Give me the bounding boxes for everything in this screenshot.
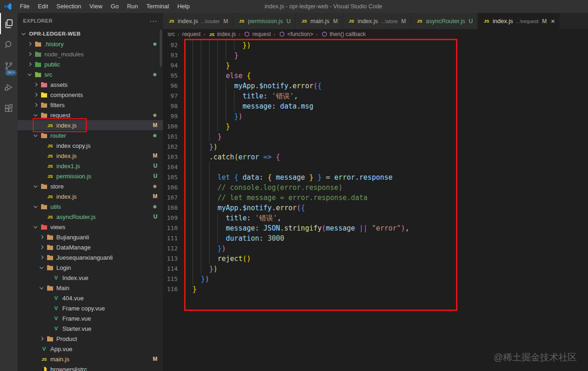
tree-item-index-vue[interactable]: VIndex.vue [18,273,163,283]
tree-item-404-vue[interactable]: V404.vue [18,293,163,303]
breadcrumb-item-request[interactable]: request [182,31,201,37]
menu-view[interactable]: View [85,0,107,13]
tree-item-label: 404.vue [62,295,84,302]
watermark: @稀土掘金技术社区 [494,351,577,364]
folder-icon [46,265,54,271]
tab-description: ...\store [381,18,398,24]
menu-terminal[interactable]: Terminal [142,0,173,13]
tree-item-main-js[interactable]: JSmain.jsM [18,354,163,364]
git-status-badge: M [153,152,157,159]
line-number: 108 [163,203,184,213]
folder-icon [34,51,42,57]
tree-item-main[interactable]: Main [18,283,163,293]
explorer-icon[interactable] [0,13,18,34]
tree-item-browserslistrc[interactable]: browserslistrc [18,364,163,371]
tree-item-store[interactable]: store [18,181,163,191]
menu-go[interactable]: Go [107,0,123,13]
line-number: 103 [163,152,184,162]
tree-item-node-modules[interactable]: node_modules [18,49,163,59]
tree-item-frame-copy-vue[interactable]: VFrame copy.vue [18,303,163,313]
tree-item-label: store [50,183,64,190]
tab-label: permission.js [248,18,283,24]
tree-item-frame-vue[interactable]: VFrame.vue [18,313,163,323]
title-bar: FileEditSelectionViewGoRunTerminalHelp i… [0,0,588,13]
tab-label: index.js [178,18,198,24]
tree-item-label: Juesequanxianguanli [56,254,113,261]
breadcrumb-item-src[interactable]: src [168,31,175,37]
menu-help[interactable]: Help [173,0,194,13]
line-number: 96 [163,81,184,91]
breadcrumb-item-request[interactable]: request [243,31,271,37]
menu-edit[interactable]: Edit [34,0,52,13]
line-number: 92 [163,40,184,50]
line-number: 111 [163,233,184,243]
chevron-down-icon [34,184,37,188]
tree-item-history[interactable]: .history [18,39,163,49]
more-actions-icon[interactable]: ··· [150,17,157,24]
tree-item-label: App.vue [50,346,72,353]
tree-item-filters[interactable]: filters [18,100,163,110]
tree-item-src[interactable]: src [18,69,163,79]
tree-item-product[interactable]: Product [18,334,163,344]
run-debug-icon[interactable] [0,77,18,98]
breadcrumb-item-function[interactable]: <function> [278,31,313,37]
tab-label: index.js [492,18,513,24]
tab-index-js-request[interactable]: JSindex.js...\requestM× [478,13,560,29]
tree-item-login[interactable]: Login [18,262,163,273]
menu-file[interactable]: File [16,0,34,13]
menu-run[interactable]: Run [123,0,142,13]
git-status-badge: U [153,163,157,169]
breadcrumb-item-then-callback[interactable]: then() callback [320,31,366,37]
tree-item-label: utils [50,203,61,210]
tree-item-datamanage[interactable]: DataManage [18,242,163,252]
js-icon: JS [46,214,54,219]
close-icon[interactable]: × [551,18,555,24]
breadcrumb-item-index-js[interactable]: JSindex.js [208,31,236,37]
tree-item-label: src [44,71,52,78]
folder-icon [34,41,42,47]
tree-item-permission-js[interactable]: JSpermission.jsU [18,171,163,181]
tree-item-label: node_modules [44,51,84,58]
menu-selection[interactable]: Selection [52,0,85,13]
tree-item-views[interactable]: views [18,222,163,232]
source-control-icon[interactable]: 2K+ [0,55,18,77]
tree-item-label: Main [56,285,69,292]
tree-item-starter-vue[interactable]: VStarter.vue [18,323,163,334]
sidebar-scrollbar[interactable] [160,30,162,67]
tree-item-app-vue[interactable]: VApp.vue [18,344,163,354]
extensions-icon[interactable] [0,98,18,119]
tree-item-index-copy-js[interactable]: JSindex copy.js [18,140,163,151]
tree-item-index1-js[interactable]: JSindex1.jsU [18,161,163,171]
folder-icon [40,183,48,189]
tab-git-badge: M [333,18,338,24]
line-number: 98 [163,101,184,111]
tree-item-juesequanxianguanli[interactable]: Juesequanxianguanli [18,252,163,262]
breadcrumb-separator: › [204,31,205,37]
tree-item-assets[interactable]: assets [18,79,163,90]
tab-index-js-store[interactable]: JSindex.js...\storeM [343,13,411,29]
tree-item-index-js[interactable]: JSindex.jsM [18,191,163,201]
breadcrumb-separator: › [239,31,240,37]
js-icon: JS [208,32,216,37]
tree-item-index-js[interactable]: JSindex.jsM [18,151,163,161]
annotation-rectangle-editor [184,39,457,311]
tree-item-bujianguanli[interactable]: Bujianguanli [18,232,163,242]
browserslist-icon [40,366,48,371]
tree-item-components[interactable]: components [18,90,163,100]
tree-item-asyncrouter-js[interactable]: JSasyncRouter.jsU [18,212,163,222]
line-number: 115 [163,274,184,284]
search-icon[interactable] [0,34,18,55]
chevron-down-icon [40,286,43,289]
tree-item-public[interactable]: public [18,59,163,69]
tree-item-label: browserslistrc [50,366,87,371]
line-number: 105 [163,172,184,182]
tree-item-utils[interactable]: utils [18,201,163,212]
git-changes-dot [153,205,156,208]
tree-item-opr-ledger-web[interactable]: OPR-LEDGER-WEB [18,29,163,39]
tab-index-js-router[interactable]: JSindex.js...\routerM [163,13,233,29]
tab-main-js[interactable]: JSmain.jsM [296,13,343,29]
tab-permission-js[interactable]: JSpermission.jsU [233,13,296,29]
tree-item-label: index.js [56,193,77,200]
js-icon: JS [46,194,54,199]
tab-asyncrouter-js[interactable]: JSasyncRouter.jsU [411,13,478,29]
